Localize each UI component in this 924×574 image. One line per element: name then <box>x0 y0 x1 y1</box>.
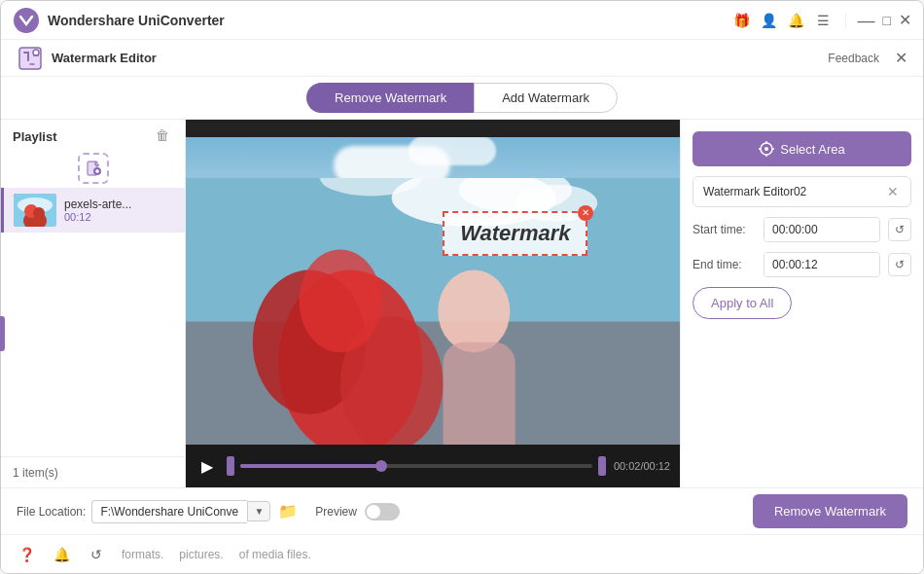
svg-point-9 <box>33 207 45 219</box>
end-time-row: End time: ▲ ▼ ↺ <box>693 252 911 277</box>
time-display: 00:02/00:12 <box>614 460 670 472</box>
maximize-button[interactable]: □ <box>883 13 891 28</box>
person-area <box>186 178 680 445</box>
video-scene: Watermark ✕ <box>186 120 680 445</box>
end-time-label: End time: <box>693 258 756 271</box>
close-subheader-button[interactable]: ✕ <box>895 49 907 67</box>
video-player: Watermark ✕ <box>186 120 680 445</box>
svg-point-2 <box>33 50 39 55</box>
svg-point-23 <box>764 147 768 151</box>
playlist-item-name: pexels-arte... <box>64 197 131 211</box>
titlebar-icons: 🎁 👤 🔔 ☰ — □ ✕ <box>732 11 911 30</box>
select-area-icon <box>759 141 774 157</box>
subheader: Watermark Editor Feedback ✕ <box>1 40 923 77</box>
video-content-svg <box>186 178 680 445</box>
tab-remove-watermark[interactable]: Remove Watermark <box>306 83 474 113</box>
minimize-button[interactable]: — <box>858 12 875 29</box>
timeline-container <box>227 456 606 476</box>
cloud-2 <box>409 136 496 165</box>
sidebar: Playlist 🗑 <box>1 120 186 487</box>
svg-point-20 <box>438 270 510 353</box>
svg-point-0 <box>14 8 39 33</box>
tabbar: Remove Watermark Add Watermark <box>1 77 923 120</box>
playlist-item[interactable]: pexels-arte... 00:12 <box>1 188 185 233</box>
file-location-label: File Location: <box>17 505 86 519</box>
toggle-knob <box>367 505 380 519</box>
tab-add-watermark[interactable]: Add Watermark <box>474 83 618 113</box>
watermark-tag-close-icon[interactable]: ✕ <box>885 184 901 199</box>
menu-icon[interactable]: ☰ <box>814 11 834 30</box>
feedback-link[interactable]: Feedback <box>828 52 879 65</box>
video-top-bar <box>186 120 680 137</box>
watermark-tag-name: Watermark Editor02 <box>703 185 806 198</box>
util-text-formats: formats. <box>122 548 163 561</box>
select-area-label: Select Area <box>780 142 845 157</box>
thumbnail-image <box>14 194 56 227</box>
select-area-button[interactable]: Select Area <box>693 131 911 166</box>
bell-icon[interactable]: 🔔 <box>787 11 806 30</box>
app-logo-icon <box>13 7 40 34</box>
apply-to-all-button[interactable]: Apply to All <box>693 287 792 319</box>
refresh-icon[interactable]: ↺ <box>87 545 106 564</box>
titlebar: Wondershare UniConverter 🎁 👤 🔔 ☰ — □ ✕ <box>1 1 923 40</box>
watermark-selection-box[interactable]: Watermark ✕ <box>443 211 587 256</box>
remove-watermark-button[interactable]: Remove Watermark <box>753 494 907 528</box>
playlist-info: pexels-arte... 00:12 <box>64 197 131 223</box>
item-count: 1 item(s) <box>13 466 58 480</box>
resize-handle[interactable] <box>1 316 5 351</box>
delete-playlist-icon[interactable]: 🗑 <box>156 127 173 145</box>
timeline-start-handle[interactable] <box>227 456 234 476</box>
start-time-input-wrap: ▲ ▼ <box>764 217 880 242</box>
start-time-input[interactable] <box>764 218 880 241</box>
start-time-label: Start time: <box>693 223 756 236</box>
subheader-title: Watermark Editor <box>52 51 440 65</box>
account-icon[interactable]: 👤 <box>760 11 779 30</box>
preview-toggle[interactable] <box>365 503 400 520</box>
main-content: Playlist 🗑 <box>1 120 923 487</box>
app-title: Wondershare UniConverter <box>48 13 732 28</box>
util-bar: ❓ 🔔 ↺ formats. pictures. of media files. <box>1 534 923 573</box>
timeline-track[interactable] <box>240 464 592 468</box>
main-window: Wondershare UniConverter 🎁 👤 🔔 ☰ — □ ✕ W… <box>0 0 924 574</box>
end-time-input[interactable] <box>764 253 880 276</box>
util-text-media: of media files. <box>239 548 311 561</box>
start-time-row: Start time: ▲ ▼ ↺ <box>693 217 911 242</box>
watermark-editor-icon <box>17 45 44 72</box>
gift-icon[interactable]: 🎁 <box>732 11 752 30</box>
close-button[interactable]: ✕ <box>899 11 911 29</box>
timeline-thumb[interactable] <box>375 460 387 472</box>
end-time-reset-button[interactable]: ↺ <box>888 253 911 276</box>
watermark-tag: Watermark Editor02 ✕ <box>693 176 911 207</box>
right-panel: Select Area Watermark Editor02 ✕ Start t… <box>680 120 923 487</box>
svg-point-19 <box>299 250 381 353</box>
playlist-thumbnail <box>14 194 56 227</box>
file-path-dropdown-button[interactable]: ▼ <box>247 501 270 521</box>
notification-icon[interactable]: 🔔 <box>52 545 71 564</box>
svg-rect-21 <box>444 342 515 445</box>
video-wrapper: Watermark ✕ ▶ 00:02/00:12 <box>186 120 680 487</box>
bottom-bar: File Location: ▼ 📁 Preview Remove Waterm… <box>1 487 923 534</box>
browse-folder-icon[interactable]: 📁 <box>276 500 300 523</box>
playlist-title: Playlist <box>13 129 57 144</box>
add-file-icon <box>85 160 102 177</box>
file-path-input[interactable] <box>91 500 247 523</box>
video-controls: ▶ 00:02/00:12 <box>186 445 680 487</box>
playlist-item-duration: 00:12 <box>64 211 131 223</box>
end-time-input-wrap: ▲ ▼ <box>764 252 880 277</box>
preview-label: Preview <box>315 505 357 519</box>
play-button[interactable]: ▶ <box>195 454 219 478</box>
util-text-pictures: pictures. <box>179 548 223 561</box>
timeline-end-handle[interactable] <box>598 456 606 476</box>
watermark-preview-text: Watermark <box>460 221 570 245</box>
timeline-progress <box>240 464 381 468</box>
watermark-close-icon[interactable]: ✕ <box>578 205 593 221</box>
help-icon[interactable]: ❓ <box>17 545 36 564</box>
start-time-reset-button[interactable]: ↺ <box>888 218 911 241</box>
add-file-button[interactable] <box>78 153 109 184</box>
